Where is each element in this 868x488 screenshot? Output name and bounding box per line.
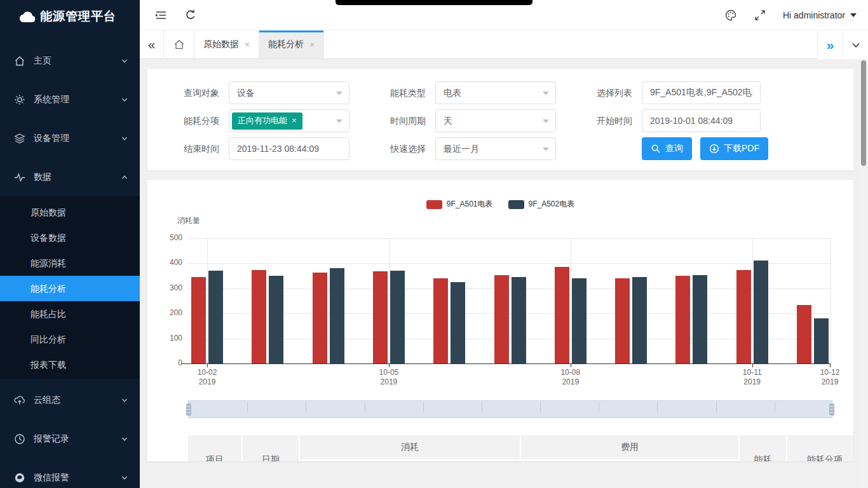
bar-9F_A501电表[interactable]	[373, 271, 388, 363]
bar-9F_A502电表[interactable]	[814, 318, 829, 363]
tabs-scroll-back-button[interactable]: «	[140, 30, 164, 58]
sidebar-item-system-management[interactable]: 系统管理	[0, 81, 140, 119]
theme-palette-icon[interactable]	[724, 9, 737, 22]
query-object-select[interactable]: 设备	[229, 81, 349, 104]
query-object-label: 查询对象	[147, 81, 229, 104]
sidebar-item-yoy-analysis[interactable]: 同比分析	[0, 327, 140, 352]
sidebar-item-device-management[interactable]: 设备管理	[0, 119, 140, 158]
sidebar-item-wechat-alarm[interactable]: 微信报警	[0, 459, 140, 488]
legend-swatch	[508, 200, 524, 209]
sidebar-item-raw-data[interactable]: 原始数据	[0, 200, 140, 225]
screen-notch	[336, 0, 532, 5]
bar-9F_A502电表[interactable]	[693, 275, 707, 363]
bar-9F_A501电表[interactable]	[736, 270, 751, 363]
y-tick-label: 500	[157, 233, 182, 242]
bar-9F_A501电表[interactable]	[797, 305, 811, 363]
end-time-input[interactable]	[229, 137, 349, 160]
quick-select-label: 快速选择	[349, 137, 435, 160]
energy-type-select[interactable]: 电表	[435, 81, 556, 104]
sidebar: 能源管理平台 主页 系统管理 设备管理 数据	[0, 0, 140, 488]
close-icon[interactable]: ×	[309, 39, 315, 50]
time-period-label: 时间周期	[349, 109, 435, 132]
bar-9F_A502电表[interactable]	[451, 282, 465, 363]
legend-item[interactable]: 9F_A501电表	[426, 199, 493, 210]
legend-label: 9F_A501电表	[447, 199, 493, 210]
tabs-expand-button[interactable]: »	[817, 30, 843, 59]
energy-item-label: 能耗分项	[147, 109, 229, 132]
tabbar: « 原始数据 × 能耗分析 ×	[140, 30, 868, 59]
bar-9F_A501电表[interactable]	[494, 275, 509, 363]
sidebar-item-device-data[interactable]: 设备数据	[0, 225, 140, 250]
tabs-menu-button[interactable]	[843, 30, 868, 59]
close-icon[interactable]: ×	[245, 39, 250, 50]
x-axis-tick	[207, 364, 208, 367]
chevron-down-icon	[121, 96, 128, 104]
bar-9F_A501电表[interactable]	[615, 278, 630, 363]
quick-select-select[interactable]: 最近一月	[435, 137, 556, 160]
scrollbar-thumb[interactable]	[861, 60, 866, 166]
energy-item-multiselect[interactable]: 正向有功电能 ×	[229, 109, 349, 132]
sidebar-item-home[interactable]: 主页	[0, 42, 140, 80]
sidebar-item-data[interactable]: 数据	[0, 158, 140, 196]
bar-9F_A502电表[interactable]	[754, 261, 768, 363]
page-scrollbar[interactable]	[859, 59, 868, 488]
bar-9F_A502电表[interactable]	[512, 277, 526, 363]
zoom-tick	[482, 402, 482, 412]
sidebar-item-alarm-records[interactable]: 报警记录	[0, 420, 140, 458]
time-period-select[interactable]: 天	[435, 109, 556, 132]
x-axis-tick	[752, 364, 753, 367]
table-header-select	[149, 435, 187, 461]
bar-9F_A502电表[interactable]	[572, 278, 587, 363]
table-header-cost: 费用	[521, 435, 738, 459]
gridline	[389, 238, 390, 363]
legend-item[interactable]: 9F_A502电表	[508, 199, 575, 210]
bar-9F_A502电表[interactable]	[269, 276, 283, 363]
sidebar-item-energy-analysis[interactable]: 能耗分析	[0, 276, 140, 301]
bar-9F_A501电表[interactable]	[555, 267, 569, 363]
bar-9F_A501电表[interactable]	[675, 276, 690, 363]
tab-label: 原始数据	[203, 39, 239, 50]
data-zoom-slider[interactable]	[188, 400, 832, 418]
select-list-input[interactable]	[642, 81, 761, 104]
home-tab-button[interactable]	[164, 30, 194, 58]
zoom-tick	[306, 402, 306, 412]
chevron-down-icon	[121, 135, 128, 142]
bar-9F_A502电表[interactable]	[208, 271, 223, 363]
bar-9F_A502电表[interactable]	[390, 271, 405, 363]
query-button[interactable]: 查询	[642, 137, 692, 160]
app-title: 能源管理平台	[40, 8, 116, 25]
sidebar-item-label: 设备管理	[34, 133, 121, 144]
bar-9F_A502电表[interactable]	[330, 268, 344, 363]
result-table: 项目 日期 消耗 费用 能耗 能耗分项	[147, 434, 853, 461]
zoom-handle-right[interactable]	[829, 403, 834, 416]
download-pdf-button[interactable]: 下载PDF	[700, 137, 768, 160]
tab-energy-analysis[interactable]: 能耗分析 ×	[259, 30, 324, 58]
user-menu[interactable]: Hi administrator	[783, 10, 857, 20]
fullscreen-icon[interactable]	[754, 9, 766, 22]
user-caret-icon	[850, 13, 857, 17]
zoom-handle-left[interactable]	[186, 403, 191, 416]
sidebar-item-cloud-config[interactable]: 云组态	[0, 381, 140, 419]
chevron-down-icon	[121, 435, 128, 443]
bar-9F_A501电表[interactable]	[433, 278, 448, 363]
sidebar-item-label: 主页	[34, 55, 121, 67]
tag-close-icon[interactable]: ×	[292, 110, 297, 132]
x-tick-label: 10-082019	[552, 368, 590, 387]
bar-9F_A501电表[interactable]	[313, 273, 327, 363]
zoom-tick	[247, 402, 248, 412]
refresh-icon[interactable]	[184, 9, 197, 22]
sidebar-item-report-download[interactable]: 报表下载	[0, 352, 140, 377]
gear-icon	[14, 94, 25, 105]
zoom-tick	[599, 402, 599, 412]
cloud-logo-icon	[19, 10, 36, 23]
tab-raw-data[interactable]: 原始数据 ×	[194, 30, 259, 58]
sidebar-item-energy-consumption[interactable]: 能源消耗	[0, 250, 140, 276]
table-header-energy: 能耗	[740, 435, 786, 461]
sidebar-item-energy-proportion[interactable]: 能耗占比	[0, 301, 140, 327]
bar-9F_A501电表[interactable]	[191, 277, 206, 363]
sidebar-collapse-icon[interactable]	[154, 9, 166, 22]
bar-9F_A501电表[interactable]	[252, 270, 266, 363]
start-time-input[interactable]	[642, 109, 761, 132]
y-tick-label: 100	[157, 334, 182, 342]
bar-9F_A502电表[interactable]	[632, 277, 647, 363]
